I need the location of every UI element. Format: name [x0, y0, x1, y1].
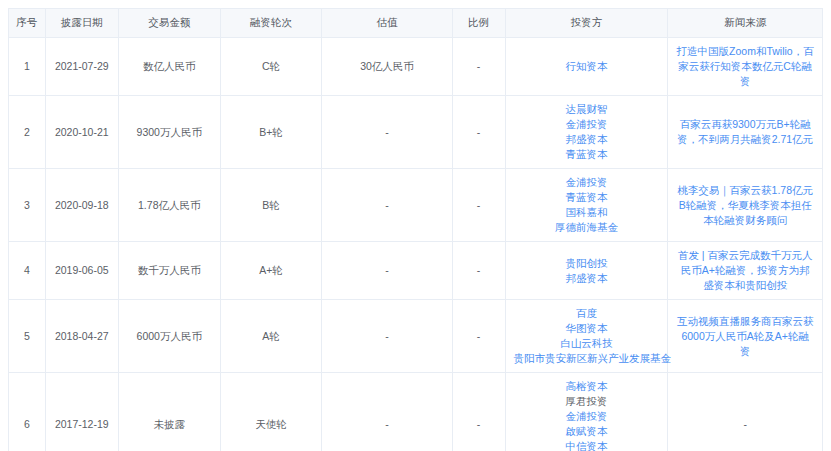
investor-link[interactable]: 达晨财智	[565, 103, 607, 115]
column-header-index: 序号	[9, 9, 46, 38]
investor-link[interactable]: 行知资本	[565, 60, 607, 72]
investor-link[interactable]: 金浦投资	[565, 410, 607, 422]
column-header-investors: 投资方	[505, 9, 668, 38]
cell-index: 1	[9, 38, 46, 96]
cell-date: 2020-09-18	[45, 169, 118, 242]
cell-investors: 百度华图资本白山云科技贵阳市贵安新区新兴产业发展基金	[505, 300, 668, 373]
cell-valuation: -	[322, 169, 452, 242]
investor-line: 达晨财智	[514, 102, 660, 117]
investor-line: 青蓝资本	[514, 190, 660, 205]
news-link[interactable]: 百家云再获9300万元B+轮融资，不到两月共融资2.71亿元	[677, 118, 813, 145]
cell-round: B+轮	[220, 96, 322, 169]
investor-line: 高榕资本	[514, 379, 660, 394]
investor-line: 贵阳创投	[514, 256, 660, 271]
cell-amount: 9300万人民币	[118, 96, 220, 169]
table-row: 32020-09-181.78亿人民币B轮--金浦投资青蓝资本国科嘉和厚德前海基…	[9, 169, 823, 242]
cell-valuation: -	[322, 242, 452, 300]
table-row: 62017-12-19未披露天使轮--高榕资本厚君投资金浦投资啟赋资本中信资本中…	[9, 373, 823, 451]
investor-link[interactable]: 中信资本	[565, 440, 607, 451]
cell-news: 桃李交易｜百家云获1.78亿元B轮融资，华夏桃李资本担任本轮融资财务顾问	[668, 169, 823, 242]
cell-index: 2	[9, 96, 46, 169]
cell-news: 首发 | 百家云完成数千万元人民币A+轮融资，投资方为邦盛资本和贵阳创投	[668, 242, 823, 300]
table-row: 22020-10-219300万人民币B+轮--达晨财智金浦投资邦盛资本青蓝资本…	[9, 96, 823, 169]
cell-investors: 高榕资本厚君投资金浦投资啟赋资本中信资本中信锦绣	[505, 373, 668, 451]
cell-amount: 1.78亿人民币	[118, 169, 220, 242]
investor-line: 白山云科技	[514, 336, 660, 351]
investor-link[interactable]: 国科嘉和	[565, 206, 607, 218]
investor-link[interactable]: 青蓝资本	[565, 191, 607, 203]
cell-amount: 6000万人民币	[118, 300, 220, 373]
cell-valuation: 30亿人民币	[322, 38, 452, 96]
investor-link[interactable]: 金浦投资	[565, 176, 607, 188]
investor-link[interactable]: 华图资本	[565, 322, 607, 334]
cell-investors: 达晨财智金浦投资邦盛资本青蓝资本	[505, 96, 668, 169]
cell-news: 互动视频直播服务商百家云获6000万人民币A轮及A+轮融资	[668, 300, 823, 373]
cell-amount: 未披露	[118, 373, 220, 451]
cell-index: 4	[9, 242, 46, 300]
news-text: -	[743, 418, 747, 430]
cell-round: B轮	[220, 169, 322, 242]
investor-line: 贵阳市贵安新区新兴产业发展基金	[514, 351, 660, 366]
cell-ratio: -	[452, 38, 505, 96]
investor-line: 邦盛资本	[514, 271, 660, 286]
cell-investors: 贵阳创投邦盛资本	[505, 242, 668, 300]
investor-line: 国科嘉和	[514, 205, 660, 220]
cell-ratio: -	[452, 96, 505, 169]
investor-link[interactable]: 高榕资本	[565, 380, 607, 392]
cell-news: -	[668, 373, 823, 451]
column-header-amount: 交易金额	[118, 9, 220, 38]
column-header-news: 新闻来源	[668, 9, 823, 38]
table-row: 52018-04-276000万人民币A轮--百度华图资本白山云科技贵阳市贵安新…	[9, 300, 823, 373]
cell-ratio: -	[452, 373, 505, 451]
cell-ratio: -	[452, 169, 505, 242]
investor-line: 百度	[514, 306, 660, 321]
cell-round: A+轮	[220, 242, 322, 300]
investor-line: 华图资本	[514, 321, 660, 336]
news-link[interactable]: 首发 | 百家云完成数千万元人民币A+轮融资，投资方为邦盛资本和贵阳创投	[678, 249, 813, 291]
cell-date: 2019-06-05	[45, 242, 118, 300]
column-header-valuation: 估值	[322, 9, 452, 38]
investor-name: 厚君投资	[565, 395, 607, 407]
cell-date: 2018-04-27	[45, 300, 118, 373]
investor-link[interactable]: 百度	[576, 307, 597, 319]
investor-link[interactable]: 厚德前海基金	[555, 221, 618, 233]
column-header-ratio: 比例	[452, 9, 505, 38]
investor-link[interactable]: 金浦投资	[565, 118, 607, 130]
investor-link[interactable]: 邦盛资本	[565, 133, 607, 145]
funding-table: 序号披露日期交易金额融资轮次估值比例投资方新闻来源 12021-07-29数亿人…	[8, 8, 823, 451]
investor-link[interactable]: 啟赋资本	[565, 425, 607, 437]
investor-line: 啟赋资本	[514, 424, 660, 439]
news-link[interactable]: 打造中国版Zoom和Twilio，百家云获行知资本数亿元C轮融资	[677, 45, 814, 87]
cell-index: 3	[9, 169, 46, 242]
cell-round: A轮	[220, 300, 322, 373]
investor-link[interactable]: 邦盛资本	[565, 272, 607, 284]
investor-line: 厚君投资	[514, 394, 660, 409]
cell-date: 2017-12-19	[45, 373, 118, 451]
cell-date: 2020-10-21	[45, 96, 118, 169]
investor-line: 厚德前海基金	[514, 220, 660, 235]
cell-round: C轮	[220, 38, 322, 96]
investor-link[interactable]: 贵阳市贵安新区新兴产业发展基金	[514, 352, 672, 364]
investor-line: 邦盛资本	[514, 132, 660, 147]
news-link[interactable]: 互动视频直播服务商百家云获6000万人民币A轮及A+轮融资	[677, 315, 814, 357]
investor-line: 中信资本	[514, 439, 660, 451]
column-header-date: 披露日期	[45, 9, 118, 38]
cell-ratio: -	[452, 300, 505, 373]
investor-link[interactable]: 青蓝资本	[565, 148, 607, 160]
cell-investors: 金浦投资青蓝资本国科嘉和厚德前海基金	[505, 169, 668, 242]
cell-valuation: -	[322, 300, 452, 373]
investor-line: 金浦投资	[514, 175, 660, 190]
table-row: 12021-07-29数亿人民币C轮30亿人民币-行知资本打造中国版Zoom和T…	[9, 38, 823, 96]
table-row: 42019-06-05数千万人民币A+轮--贵阳创投邦盛资本首发 | 百家云完成…	[9, 242, 823, 300]
investor-link[interactable]: 贵阳创投	[565, 257, 607, 269]
cell-news: 百家云再获9300万元B+轮融资，不到两月共融资2.71亿元	[668, 96, 823, 169]
table-header-row: 序号披露日期交易金额融资轮次估值比例投资方新闻来源	[9, 9, 823, 38]
cell-amount: 数千万人民币	[118, 242, 220, 300]
cell-ratio: -	[452, 242, 505, 300]
news-link[interactable]: 桃李交易｜百家云获1.78亿元B轮融资，华夏桃李资本担任本轮融资财务顾问	[677, 184, 813, 226]
cell-date: 2021-07-29	[45, 38, 118, 96]
investor-link[interactable]: 白山云科技	[560, 337, 613, 349]
investor-line: 金浦投资	[514, 117, 660, 132]
investor-line: 金浦投资	[514, 409, 660, 424]
cell-index: 6	[9, 373, 46, 451]
